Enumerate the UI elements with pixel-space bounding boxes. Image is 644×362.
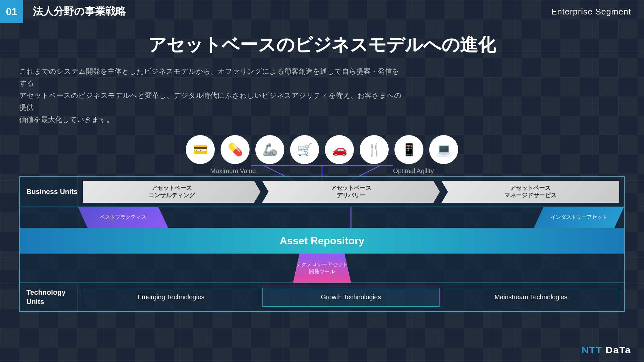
description: これまでのシステム開発を主体としたビジネスモデルから、オファリングによる顧客創造…	[19, 65, 406, 125]
ntt-text: NTT	[582, 345, 606, 355]
arrow-delivery-line2: デリバリー	[331, 192, 371, 199]
segment-label: Enterprise Segment	[551, 7, 644, 17]
business-units-label: Business Units	[20, 177, 78, 207]
icon-tech: 💻	[429, 135, 458, 164]
arrow-delivery: アセットベース デリバリー	[262, 181, 440, 203]
description-line2: アセットベースのビジネスモデルへと変革し、デジタル時代にふさわしいビジネスアジリ…	[19, 89, 406, 114]
ntt-data-logo: NTT DaTa	[582, 345, 631, 356]
arrow-consulting: アセットベース コンサルティング	[83, 181, 260, 203]
slide-number: 01	[0, 0, 23, 23]
industry-icons-row: 💳 💊 🦾 🛒 🚗 🍴 📱 💻	[19, 135, 625, 164]
arrow-managed-line1: アセットベース	[504, 184, 556, 192]
best-practices-arrow: ベストプラクティス	[78, 207, 168, 228]
description-line1: これまでのシステム開発を主体としたビジネスモデルから、オファリングによる顧客創造…	[19, 65, 406, 89]
description-line3: 価値を最大化していきます。	[19, 114, 406, 125]
tech-arrow-line2: 開発ツール	[296, 268, 348, 275]
icon-robot: 🦾	[255, 135, 284, 164]
technology-units-row: Technology Units Emerging Technologies G…	[20, 283, 624, 311]
tech-arrow-container: テクノロジーアセット 開発ツール	[20, 254, 624, 283]
main-content: アセットベースのビジネスモデルへの進化 これまでのシステム開発を主体としたビジネ…	[0, 23, 644, 362]
technology-boxes: Emerging Technologies Growth Technologie…	[78, 283, 624, 311]
tech-arrow: テクノロジーアセット 開発ツール	[293, 254, 351, 283]
data-text: DaTa	[606, 345, 631, 355]
icon-auto: 🚗	[325, 135, 354, 164]
arrow-consulting-line2: コンサルティング	[148, 192, 195, 199]
main-diagram: Business Units アセットベース コンサルティング アセットベース …	[19, 176, 625, 312]
business-units-row: Business Units アセットベース コンサルティング アセットベース …	[20, 177, 624, 207]
header: 01 法人分野の事業戦略 Enterprise Segment	[0, 0, 644, 23]
icon-retail: 🛒	[290, 135, 319, 164]
emerging-technologies-box: Emerging Technologies	[83, 288, 259, 307]
diagonal-arrows-row: ベストプラクティス インダストリーアセット	[20, 207, 624, 228]
arrows-container: アセットベース コンサルティング アセットベース デリバリー アセットベース マ…	[78, 177, 624, 207]
icon-finance: 💳	[186, 135, 215, 164]
main-title: アセットベースのビジネスモデルへの進化	[19, 33, 625, 57]
arrow-managed-line2: マネージドサービス	[504, 192, 556, 199]
page-title: 法人分野の事業戦略	[23, 5, 126, 19]
diag-spacer	[20, 207, 78, 228]
icon-media: 📱	[394, 135, 423, 164]
technology-units-label: Technology Units	[20, 283, 78, 311]
icon-medical: 💊	[221, 135, 250, 164]
arrow-managed: アセットベース マネージドサービス	[441, 181, 619, 203]
diag-arrows: ベストプラクティス インダストリーアセット	[78, 207, 624, 228]
mainstream-technologies-box: Mainstream Technologies	[443, 288, 619, 307]
arrow-consulting-line1: アセットベース	[148, 184, 195, 192]
tech-arrow-line1: テクノロジーアセット	[296, 261, 348, 268]
industry-asset-arrow: インダストリーアセット	[534, 207, 624, 228]
arrow-delivery-line1: アセットベース	[331, 184, 371, 192]
growth-technologies-box: Growth Technologies	[262, 288, 440, 307]
asset-repository-row: Asset Repository	[20, 228, 624, 254]
icon-food: 🍴	[360, 135, 389, 164]
